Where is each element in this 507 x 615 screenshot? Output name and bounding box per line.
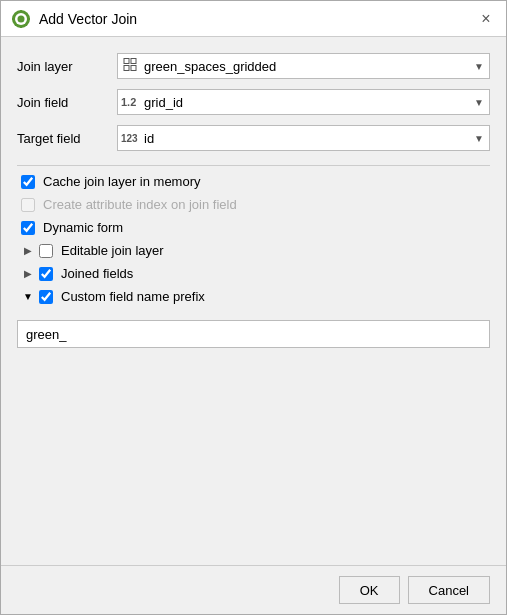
dialog-title: Add Vector Join (39, 11, 137, 27)
join-field-select-wrapper: 1.2 grid_id (117, 89, 490, 115)
dynamic-form-row: Dynamic form (17, 220, 490, 235)
custom-field-row: ▼ Custom field name prefix (17, 289, 490, 304)
create-index-checkbox[interactable] (21, 198, 35, 212)
svg-rect-6 (27, 18, 30, 20)
cancel-button[interactable]: Cancel (408, 576, 490, 604)
cache-join-label[interactable]: Cache join layer in memory (43, 174, 201, 189)
target-field-label: Target field (17, 131, 117, 146)
joined-fields-row: ▶ Joined fields (17, 266, 490, 281)
add-vector-join-dialog: Add Vector Join × Join layer green_space… (0, 0, 507, 615)
svg-point-2 (18, 15, 25, 22)
joined-fields-label[interactable]: Joined fields (61, 266, 133, 281)
svg-rect-5 (12, 18, 15, 20)
cache-join-row: Cache join layer in memory (17, 174, 490, 189)
join-layer-label: Join layer (17, 59, 117, 74)
prefix-section (17, 316, 490, 348)
join-layer-select[interactable]: green_spaces_gridded (117, 53, 490, 79)
editable-join-label[interactable]: Editable join layer (61, 243, 164, 258)
target-field-select[interactable]: id (117, 125, 490, 151)
divider-1 (17, 165, 490, 166)
dynamic-form-checkbox[interactable] (21, 221, 35, 235)
svg-rect-3 (20, 10, 22, 13)
editable-join-expand-arrow[interactable]: ▶ (21, 244, 35, 258)
create-index-row: Create attribute index on join field (17, 197, 490, 212)
joined-fields-expand-arrow[interactable]: ▶ (21, 267, 35, 281)
create-index-label: Create attribute index on join field (43, 197, 237, 212)
joined-fields-checkbox[interactable] (39, 267, 53, 281)
editable-join-row: ▶ Editable join layer (17, 243, 490, 258)
qgis-logo-icon (11, 9, 31, 29)
join-field-row: Join field 1.2 grid_id (17, 89, 490, 115)
custom-field-label[interactable]: Custom field name prefix (61, 289, 205, 304)
svg-rect-4 (20, 25, 22, 28)
cache-join-checkbox[interactable] (21, 175, 35, 189)
editable-join-checkbox[interactable] (39, 244, 53, 258)
target-field-row: Target field 123 id (17, 125, 490, 151)
join-layer-row: Join layer green_spaces_gridded (17, 53, 490, 79)
dialog-content: Join layer green_spaces_gridded Join fie… (1, 37, 506, 565)
join-layer-select-wrapper: green_spaces_gridded (117, 53, 490, 79)
close-button[interactable]: × (476, 9, 496, 29)
ok-button[interactable]: OK (339, 576, 400, 604)
custom-field-checkbox[interactable] (39, 290, 53, 304)
join-field-select[interactable]: grid_id (117, 89, 490, 115)
target-field-select-wrapper: 123 id (117, 125, 490, 151)
join-field-label: Join field (17, 95, 117, 110)
prefix-input[interactable] (17, 320, 490, 348)
title-bar-left: Add Vector Join (11, 9, 137, 29)
title-bar: Add Vector Join × (1, 1, 506, 37)
custom-field-expand-arrow[interactable]: ▼ (21, 290, 35, 304)
button-bar: OK Cancel (1, 565, 506, 614)
dynamic-form-label[interactable]: Dynamic form (43, 220, 123, 235)
